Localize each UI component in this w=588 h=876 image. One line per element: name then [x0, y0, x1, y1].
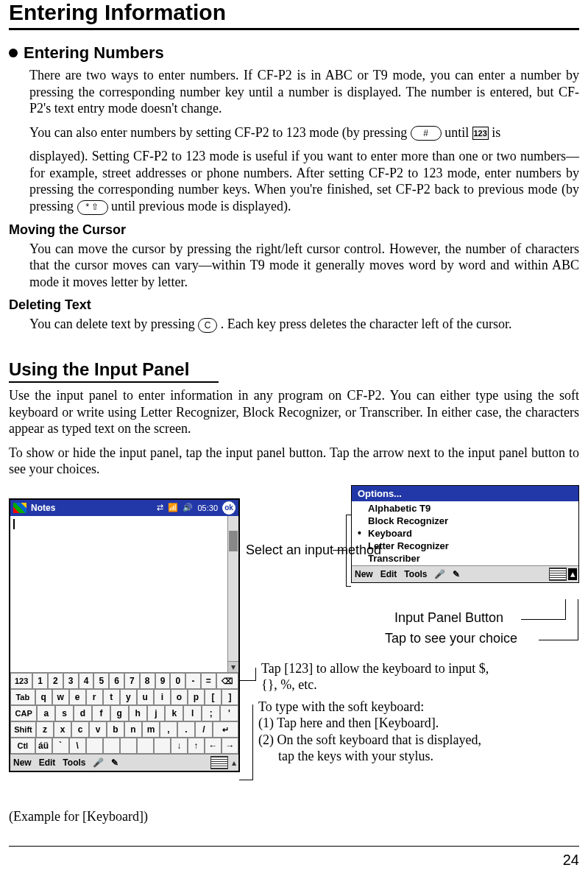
key-Shift[interactable]: Shift: [10, 721, 36, 738]
key-123[interactable]: 123: [10, 673, 32, 689]
callout-text: Select an input method: [246, 543, 381, 557]
key-2[interactable]: 2: [48, 673, 63, 689]
callout-text: (2) On the soft keyboard that is display…: [258, 732, 481, 747]
menu-pen-icon[interactable]: ✎: [111, 757, 118, 768]
key-h[interactable]: h: [129, 705, 147, 721]
key-y[interactable]: y: [120, 689, 137, 705]
key-l[interactable]: l: [183, 705, 202, 721]
key-;[interactable]: ;: [202, 705, 220, 721]
key-Tab[interactable]: Tab: [10, 689, 35, 705]
option-letter-recognizer[interactable]: Letter Recognizer: [352, 540, 578, 552]
key-n[interactable]: n: [124, 721, 142, 738]
key-[[interactable]: [: [205, 689, 222, 705]
key-f[interactable]: f: [92, 705, 110, 721]
start-flag-icon[interactable]: [13, 503, 26, 513]
key-u[interactable]: u: [137, 689, 154, 705]
key-CAP[interactable]: CAP: [10, 705, 37, 721]
key-9[interactable]: 9: [155, 673, 171, 689]
key-b[interactable]: b: [107, 721, 124, 738]
key-o[interactable]: o: [171, 689, 188, 705]
menu-tools[interactable]: Tools: [404, 569, 427, 579]
key-↑[interactable]: ↑: [188, 738, 205, 754]
input-panel-arrow-icon[interactable]: ▴: [568, 568, 577, 580]
key-space[interactable]: [103, 738, 120, 754]
key-⌫[interactable]: ⌫: [216, 673, 238, 689]
callout-leader: [252, 704, 253, 780]
input-panel-button-icon[interactable]: [549, 568, 567, 581]
option-block-recognizer[interactable]: Block Recognizer: [352, 515, 578, 527]
key-z[interactable]: z: [36, 721, 54, 738]
key-space[interactable]: [154, 738, 171, 754]
key-r[interactable]: r: [86, 689, 103, 705]
key-6[interactable]: 6: [109, 673, 124, 689]
key-i[interactable]: i: [154, 689, 171, 705]
key-v[interactable]: v: [89, 721, 107, 738]
menu-new[interactable]: New: [13, 757, 32, 768]
key-,[interactable]: ,: [160, 721, 177, 738]
input-panel-arrow-icon[interactable]: ▴: [230, 757, 238, 768]
key-][interactable]: ]: [222, 689, 238, 705]
speaker-icon[interactable]: 🔊: [183, 503, 193, 512]
options-title[interactable]: Options...: [352, 486, 578, 501]
key-space[interactable]: [137, 738, 154, 754]
key-Ctl[interactable]: Ctl: [10, 738, 35, 754]
key-=[interactable]: =: [201, 673, 216, 689]
key-space[interactable]: [86, 738, 103, 754]
key-t[interactable]: t: [103, 689, 120, 705]
menu-edit[interactable]: Edit: [380, 569, 397, 579]
key-x[interactable]: x: [54, 721, 71, 738]
key-s[interactable]: s: [55, 705, 74, 721]
option-transcriber[interactable]: Transcriber: [352, 552, 578, 565]
menu-new[interactable]: New: [355, 569, 373, 579]
input-panel-button-icon[interactable]: [210, 756, 228, 769]
key-0[interactable]: 0: [170, 673, 185, 689]
figure-caption: (Example for [Keyboard]): [9, 809, 148, 824]
key-↵[interactable]: ↵: [213, 721, 238, 738]
key-áü[interactable]: áü: [35, 738, 52, 754]
key-a[interactable]: a: [37, 705, 55, 721]
menu-edit[interactable]: Edit: [39, 757, 56, 768]
notes-canvas[interactable]: ▾: [10, 516, 238, 672]
ok-button[interactable]: ok: [222, 501, 235, 515]
key-w[interactable]: w: [52, 689, 69, 705]
callout-leader: [578, 599, 578, 640]
key-→[interactable]: →: [222, 738, 238, 754]
key-3[interactable]: 3: [63, 673, 79, 689]
key-.[interactable]: .: [177, 721, 195, 738]
key-↓[interactable]: ↓: [171, 738, 188, 754]
key-8[interactable]: 8: [140, 673, 155, 689]
key-1[interactable]: 1: [32, 673, 48, 689]
option-keyboard[interactable]: Keyboard: [352, 527, 578, 540]
key-←[interactable]: ←: [205, 738, 222, 754]
connectivity-icon[interactable]: ⇄: [157, 503, 163, 512]
key-5[interactable]: 5: [93, 673, 109, 689]
key-q[interactable]: q: [35, 689, 52, 705]
menu-pen-icon[interactable]: ✎: [453, 569, 460, 579]
key-/[interactable]: /: [195, 721, 213, 738]
key-k[interactable]: k: [165, 705, 183, 721]
menu-mic-icon[interactable]: 🎤: [93, 757, 104, 768]
key-d[interactable]: d: [74, 705, 92, 721]
menu-tools[interactable]: Tools: [63, 757, 85, 768]
menu-mic-icon[interactable]: 🎤: [434, 569, 445, 579]
scrollbar[interactable]: ▾: [227, 516, 238, 672]
option-alphabetic-t9[interactable]: Alphabetic T9: [352, 502, 578, 515]
key-'[interactable]: ': [220, 705, 238, 721]
scroll-down-icon[interactable]: ▾: [228, 661, 238, 672]
star-shift-key-icon: * ⇧: [77, 200, 108, 215]
key-4[interactable]: 4: [79, 673, 94, 689]
key-p[interactable]: p: [188, 689, 205, 705]
key-e[interactable]: e: [69, 689, 86, 705]
key-c[interactable]: c: [71, 721, 89, 738]
key-g[interactable]: g: [110, 705, 129, 721]
key--[interactable]: -: [185, 673, 201, 689]
key-j[interactable]: j: [147, 705, 166, 721]
key-space[interactable]: [120, 738, 137, 754]
signal-icon[interactable]: 📶: [168, 503, 178, 512]
scroll-thumb[interactable]: [229, 531, 238, 551]
key-m[interactable]: m: [142, 721, 160, 738]
key-`[interactable]: `: [52, 738, 69, 754]
section-input-panel-heading: Using the Input Panel: [9, 359, 579, 380]
key-\[interactable]: \: [69, 738, 86, 754]
key-7[interactable]: 7: [124, 673, 140, 689]
